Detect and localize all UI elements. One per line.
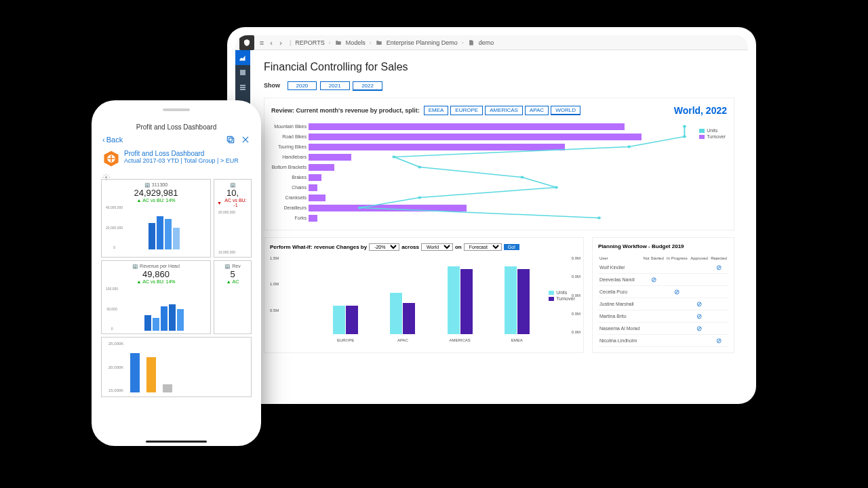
card-311300[interactable]: 🏢 311300 24,929,981 ▲AC vs BU: 14% 40,00… [101,179,211,258]
hbar-label: Brakes [271,175,307,180]
year-2022[interactable]: 2022 [353,81,382,91]
sidebar-item-report[interactable] [235,65,250,80]
nav-fwd-icon[interactable]: › [276,39,285,47]
wf-state [665,298,689,310]
mini-bar [177,309,184,331]
check-icon: ⊘ [651,276,656,283]
chevron-left-icon: ‹ [102,136,105,144]
show-label: Show [264,82,280,89]
wf-state: ⊘ [689,323,709,335]
card2-delta: ▼AC vs BU: -1 [217,198,248,207]
card-partial-1[interactable]: 🏢 10, ▼AC vs BU: -1 20,000,00010,000,000 [214,179,252,258]
app-logo[interactable] [239,35,254,50]
region-apac[interactable]: APAC [525,106,549,115]
vbar-label: EUROPE [337,338,354,342]
wide-card[interactable]: 25,000K20,000K15,000K [101,337,252,397]
phone-topbar: ‹Back [98,134,254,148]
workflow-table: UserNot StartedIn ProgressApprovedReject… [598,255,728,347]
card1-delta: ▲AC vs BU: 14% [104,198,208,203]
region-emea[interactable]: EMEA [424,106,449,115]
dash-subtitle: Actual 2017-03 YTD | Total Group | > EUR [124,157,250,164]
doc-icon [468,39,475,46]
phone-nav-title: Profit and Loss Dashboard [98,121,254,134]
review-header: Review: Current month's revenue by produ… [271,105,727,116]
wide-bar [130,353,140,392]
svg-rect-11 [227,136,232,141]
hbar [309,174,321,181]
whatif-across[interactable]: World [421,243,453,251]
mini-bar [149,223,155,249]
review-chart: Mountain BikesRoad BikesTouring BikesHan… [309,121,693,223]
check-icon: ⊘ [716,264,722,271]
check-icon: ⊘ [716,337,722,344]
year-selector: Show 2020 2021 2022 [264,81,734,91]
whatif-chart: 1.5M 1.0M 0.5M EUROPEAPACAMERICASEMEA 0.… [285,256,578,334]
copy-icon[interactable] [226,135,235,144]
card-revenue-per-head[interactable]: 🏢 Revenue per Head 49,860 ▲AC vs BU: 14%… [101,260,211,334]
sidebar-item-chart[interactable] [235,50,250,65]
wf-state [642,323,665,335]
back-button[interactable]: ‹Back [102,136,123,144]
region-europe[interactable]: EUROPE [450,106,483,115]
wf-state [642,298,665,310]
phone-actions [226,135,250,144]
vbar-turnover [460,269,473,334]
whatif-go-button[interactable]: Go! [504,244,519,250]
nav-back-icon[interactable]: ‹ [267,39,276,47]
wf-user: Naseema Al Morad [598,323,642,335]
tablet-header: ≡ ‹ › | REPORTS › Models › Enterprise Pl… [235,35,748,50]
wf-state [689,286,709,298]
crumb-demo[interactable]: demo [479,39,494,46]
wide-bar [146,357,156,392]
wf-state [665,262,689,274]
hbar [309,134,642,140]
mini-bar [169,304,176,331]
phone-row-1: 🏢 311300 24,929,981 ▲AC vs BU: 14% 40,00… [98,179,254,258]
crumb-reports[interactable]: REPORTS [295,39,324,46]
vbar-turnover [403,303,415,334]
phone-row-2: 🏢 Revenue per Head 49,860 ▲AC vs BU: 14%… [98,260,254,334]
crumb-ep[interactable]: Enterprise Planning Demo [387,39,458,46]
legend-turnover: Turnover [707,134,726,139]
mini-bar [165,219,172,250]
card4-value: 5 [217,269,248,279]
hbar [309,184,317,191]
vbar-label: APAC [397,338,408,342]
wf-state [642,310,665,323]
card1-chart: 40,000,00020,000,0000 [104,205,208,249]
tablet-frame: ≡ ‹ › | REPORTS › Models › Enterprise Pl… [227,27,756,404]
gear-icon[interactable] [102,171,110,179]
table-row: Wolf Kindler⊘ [598,262,728,274]
arrow-up-icon: ▲ [136,279,141,284]
review-panel: Review: Current month's revenue by produ… [264,98,734,230]
sidebar-item-data[interactable] [235,80,250,95]
hbar [309,205,467,211]
wf-state [665,310,689,323]
wide-bar [163,384,172,392]
region-world[interactable]: WORLD [551,106,580,115]
wf-state [642,335,665,347]
whatif-on[interactable]: Forecast [464,243,502,251]
arrow-down-icon: ▼ [217,201,222,205]
crumb-models[interactable]: Models [346,39,366,46]
wf-state: ⊘ [709,262,728,274]
check-icon: ⊘ [674,288,679,296]
table-row: Naseema Al Morad⊘ [598,323,728,335]
hbar-label: Bottom Brackets [271,165,307,169]
year-2021[interactable]: 2021 [320,81,350,90]
year-2020[interactable]: 2020 [288,81,317,90]
phone-screen: Profit and Loss Dashboard ‹Back Profit a… [98,121,254,438]
whatif-pct[interactable]: -20% [369,243,399,251]
hbar [309,154,351,161]
card4-chart [217,287,248,331]
review-headline: World, 2022 [674,105,727,116]
table-row: Deevedas Nandi⊘ [598,274,728,286]
folder-icon [376,39,382,46]
card-partial-2[interactable]: 🏢 Rev 5 ▲AC [214,260,252,334]
wf-user: Martina Brito [598,310,642,323]
region-americas[interactable]: AMERICAS [485,106,523,115]
hbar-label: Touring Bikes [271,144,307,149]
close-icon[interactable] [241,135,250,144]
menu-icon[interactable]: ≡ [257,39,267,47]
hbar [309,123,625,130]
